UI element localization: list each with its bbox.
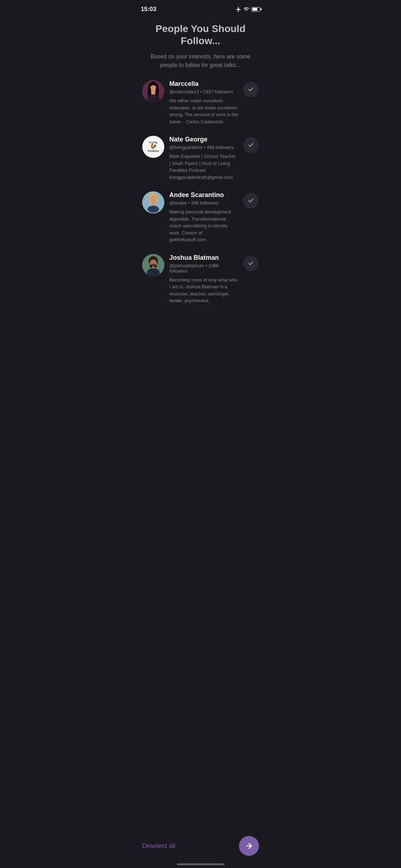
avatar-marccella (142, 80, 164, 102)
svg-point-5 (148, 87, 151, 97)
battery-indicator (251, 7, 260, 12)
wifi-icon (243, 6, 249, 12)
svg-point-12 (148, 206, 159, 213)
person-name-marccella: Marccella (169, 80, 238, 88)
page-subtitle: Based on your interests, here are some p… (142, 52, 259, 69)
person-card-nate: Living 🐓 Parables Nate George @livingpar… (142, 136, 259, 181)
status-bar: 15:03 (134, 0, 267, 16)
avatar-andee (142, 191, 164, 213)
person-name-nate: Nate George (169, 136, 238, 143)
person-info-marccella: Marccella @marccella13 • 2337 followers … (169, 80, 238, 125)
person-bio-nate: Bible Expositor | School Teacher | Youth… (169, 153, 238, 181)
person-info-andee: Andee Scarantino @andee • 296 followers … (169, 191, 238, 243)
avatar-nate: Living 🐓 Parables (142, 136, 164, 158)
person-card-marccella: Marccella @marccella13 • 2337 followers … (142, 80, 259, 125)
person-name-andee: Andee Scarantino (169, 191, 238, 199)
svg-rect-13 (149, 198, 151, 203)
person-handle-nate: @livingparables • 499 followers (169, 145, 238, 150)
svg-rect-11 (151, 203, 155, 206)
svg-point-6 (155, 87, 159, 97)
person-info-joshua: Joshua Blatman @joshuablatman • 1088 fol… (169, 254, 238, 304)
living-parables-logo: Living 🐓 Parables (144, 137, 163, 156)
avatar-andee-image (142, 191, 164, 213)
person-card-joshua: Joshua Blatman @joshuablatman • 1088 fol… (142, 254, 259, 304)
person-bio-marccella: We either make ourselves miserable, or w… (169, 97, 238, 125)
follow-button-joshua[interactable] (243, 255, 259, 271)
status-time: 15:03 (141, 6, 156, 13)
main-content: People You Should Follow... Based on you… (134, 16, 267, 304)
person-info-nate: Nate George @livingparables • 499 follow… (169, 136, 238, 181)
person-card-andee: Andee Scarantino @andee • 296 followers … (142, 191, 259, 243)
person-bio-joshua: Becoming more of only what who I am is, … (169, 277, 238, 304)
person-handle-joshua: @joshuablatman • 1088 followers (169, 263, 238, 274)
follow-button-andee[interactable] (243, 193, 259, 208)
person-name-joshua: Joshua Blatman (169, 254, 238, 262)
airplane-icon (236, 6, 241, 12)
avatar-joshua (142, 254, 164, 276)
follow-button-nate[interactable] (243, 137, 259, 153)
page-title: People You Should Follow... (142, 23, 259, 47)
person-bio-andee: Making personal development digestible. … (169, 208, 238, 243)
person-handle-andee: @andee • 296 followers (169, 200, 238, 206)
svg-rect-14 (155, 198, 158, 203)
status-icons (236, 6, 260, 12)
follow-button-marccella[interactable] (243, 82, 259, 97)
avatar-joshua-image (142, 254, 164, 276)
avatar-marccella-image (142, 80, 164, 102)
person-handle-marccella: @marccella13 • 2337 followers (169, 89, 238, 94)
